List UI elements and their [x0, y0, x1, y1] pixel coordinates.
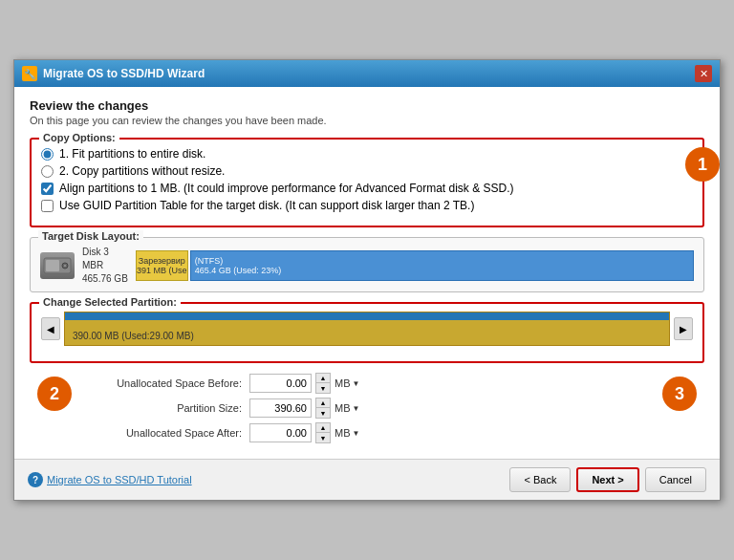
checkbox1[interactable]: [41, 183, 54, 195]
spin-up[interactable]: ▲: [316, 398, 330, 408]
cancel-button[interactable]: Cancel: [645, 467, 706, 492]
back-button[interactable]: < Back: [509, 467, 571, 492]
balloon-3: 3: [662, 377, 697, 411]
page-title: Review the changes: [30, 98, 704, 113]
spin-up[interactable]: ▲: [316, 423, 330, 433]
partition-size-input-group: ▲ ▼ MB ▼: [249, 398, 359, 419]
titlebar: 🔧 Migrate OS to SSD/HD Wizard ✕: [14, 60, 720, 87]
form-fields: Unallocated Space Before: ▲ ▼ MB ▼ Parti…: [30, 373, 704, 443]
main-window: 🔧 Migrate OS to SSD/HD Wizard ✕ Review t…: [13, 59, 721, 501]
option2-radio[interactable]: [41, 165, 54, 178]
unallocated-before-input[interactable]: [249, 374, 312, 393]
unallocated-after-spinner[interactable]: ▲ ▼: [315, 422, 331, 443]
unallocated-before-row: Unallocated Space Before: ▲ ▼ MB ▼: [30, 373, 704, 394]
footer: ? Migrate OS to SSD/HD Tutorial < Back N…: [14, 459, 720, 500]
unallocated-after-row: Unallocated Space After: ▲ ▼ MB ▼: [30, 422, 704, 443]
disk-size: 465.76 GB: [82, 272, 128, 286]
option1-label: 1. Fit partitions to entire disk.: [59, 147, 205, 161]
copy-options-wrapper: Copy Options: 1. Fit partitions to entir…: [30, 138, 704, 227]
tutorial-link-text: Migrate OS to SSD/HD Tutorial: [47, 474, 192, 485]
tutorial-link[interactable]: ? Migrate OS to SSD/HD Tutorial: [28, 472, 192, 487]
close-button[interactable]: ✕: [695, 65, 712, 82]
balloon-1: 1: [685, 147, 720, 182]
left-arrow[interactable]: ◀: [41, 317, 60, 340]
unit-dropdown-arrow[interactable]: ▼: [353, 429, 360, 438]
option2-label: 2. Copy partitions without resize.: [59, 164, 225, 178]
partition-slider-row: ◀ 390.00 MB (Used:29.00 MB) ▶: [41, 312, 693, 346]
copy-options-label: Copy Options:: [39, 132, 119, 143]
partition-size-spinner[interactable]: ▲ ▼: [315, 398, 331, 419]
partition-size-label: Partition Size:: [77, 402, 249, 414]
change-partition-wrapper: Change Selected Partition: ◀ 390.00 MB (…: [30, 302, 704, 363]
spin-down[interactable]: ▼: [316, 433, 330, 442]
checkbox1-label: Align partitions to 1 MB. (It could impr…: [59, 182, 514, 195]
spin-down[interactable]: ▼: [316, 383, 330, 393]
unit-dropdown-arrow[interactable]: ▼: [353, 404, 360, 413]
unallocated-after-unit[interactable]: MB ▼: [335, 427, 359, 439]
unallocated-before-spinner[interactable]: ▲ ▼: [315, 373, 331, 394]
next-button[interactable]: Next >: [576, 467, 638, 492]
checkbox1-row: Align partitions to 1 MB. (It could impr…: [41, 182, 693, 195]
unallocated-after-input[interactable]: [249, 423, 312, 442]
main-content: Review the changes On this page you can …: [14, 87, 720, 459]
option2-row: 2. Copy partitions without resize.: [41, 164, 693, 178]
svg-point-3: [64, 265, 66, 267]
disk-info: Disk 3 MBR 465.76 GB: [82, 246, 128, 286]
titlebar-left: 🔧 Migrate OS to SSD/HD Wizard: [22, 66, 205, 81]
partition-size-row: Partition Size: ▲ ▼ MB ▼: [30, 398, 704, 419]
checkbox2-label: Use GUID Partition Table for the target …: [59, 199, 474, 212]
partition-main: (NTFS) 465.4 GB (Used: 23%): [190, 250, 694, 281]
checkbox2-row: Use GUID Partition Table for the target …: [41, 199, 693, 212]
app-icon: 🔧: [22, 66, 37, 81]
option1-row: 1. Fit partitions to entire disk.: [41, 147, 693, 161]
copy-options-section: Copy Options: 1. Fit partitions to entir…: [30, 138, 704, 227]
change-partition-section: Change Selected Partition: ◀ 390.00 MB (…: [30, 302, 704, 363]
svg-rect-1: [46, 260, 59, 271]
unallocated-after-label: Unallocated Space After:: [77, 427, 249, 439]
disk-partitions: Зарезервир 391 MB (Use (NTFS) 465.4 GB (…: [136, 250, 694, 281]
unallocated-before-input-group: ▲ ▼ MB ▼: [249, 373, 359, 394]
checkbox2[interactable]: [41, 200, 54, 212]
change-partition-label: Change Selected Partition:: [39, 296, 181, 308]
partition-size-unit[interactable]: MB ▼: [335, 402, 359, 414]
partition-size-input[interactable]: [249, 398, 312, 418]
balloon-2: 2: [37, 377, 72, 411]
page-subtitle: On this page you can review the changes …: [30, 115, 704, 126]
disk-name: Disk 3: [82, 246, 128, 259]
disk-icon: [40, 252, 75, 279]
partition-reserved: Зарезервир 391 MB (Use: [136, 250, 188, 281]
target-disk-section: Target Disk Layout: Disk 3 MBR 465.76 GB: [30, 237, 704, 292]
unallocated-before-unit[interactable]: MB ▼: [335, 377, 359, 389]
unit-dropdown-arrow[interactable]: ▼: [353, 379, 360, 388]
spin-up[interactable]: ▲: [316, 374, 330, 383]
spin-down[interactable]: ▼: [316, 408, 330, 418]
right-arrow[interactable]: ▶: [674, 317, 693, 340]
unallocated-before-label: Unallocated Space Before:: [77, 377, 249, 389]
help-icon: ?: [28, 472, 43, 487]
target-disk-label: Target Disk Layout:: [38, 230, 143, 242]
window-title: Migrate OS to SSD/HD Wizard: [43, 67, 205, 80]
footer-buttons: < Back Next > Cancel: [509, 467, 706, 492]
partition-size-text: 390.00 MB (Used:29.00 MB): [73, 331, 194, 341]
disk-type: MBR: [82, 259, 128, 272]
disk-row: Disk 3 MBR 465.76 GB Зарезервир 391 MB (…: [40, 246, 694, 286]
unallocated-after-input-group: ▲ ▼ MB ▼: [249, 422, 359, 443]
partition-bar-fill: [65, 312, 669, 320]
partition-bar: 390.00 MB (Used:29.00 MB): [64, 312, 670, 346]
option1-radio[interactable]: [41, 148, 54, 161]
